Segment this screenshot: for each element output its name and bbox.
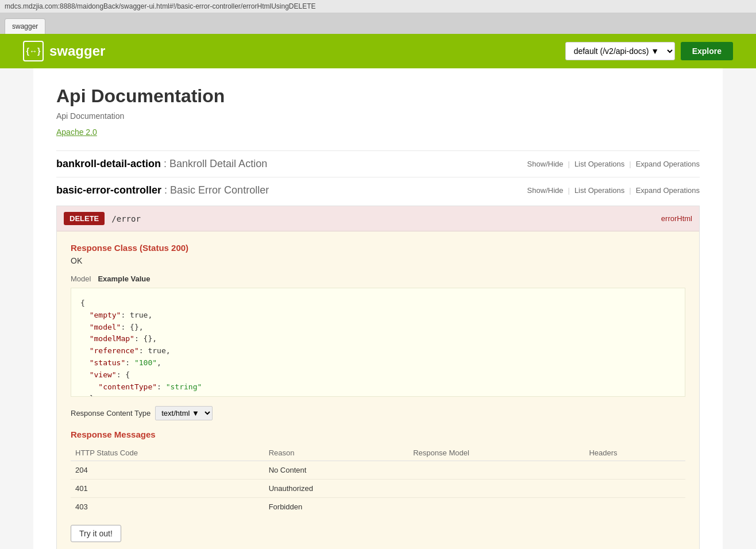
basic-error-controller-section: basic-error-controller : Basic Error Con… bbox=[56, 177, 700, 549]
basic-error-controller-title: basic-error-controller : Basic Error Con… bbox=[56, 184, 269, 196]
response-model bbox=[408, 461, 584, 480]
reason: Forbidden bbox=[264, 498, 409, 516]
basic-error-list-ops[interactable]: List Operations bbox=[574, 186, 624, 195]
basic-error-divider2: | bbox=[629, 186, 631, 195]
swagger-logo-text: swagger bbox=[49, 43, 105, 59]
url-text: mdcs.mdzjia.com:8888/maidongBack/swagger… bbox=[5, 2, 316, 10]
basic-error-controller-desc: Basic Error Controller bbox=[170, 184, 269, 196]
basic-error-sep: : bbox=[164, 184, 170, 196]
basic-error-controller-name: basic-error-controller bbox=[56, 184, 161, 196]
response-model bbox=[408, 480, 584, 498]
operation-path: /error bbox=[111, 214, 661, 223]
model-tab[interactable]: Model bbox=[71, 274, 91, 283]
bankroll-controller-sep: : bbox=[164, 158, 169, 169]
example-value-tab[interactable]: Example Value bbox=[98, 274, 150, 283]
table-row: 401 Unauthorized bbox=[71, 480, 685, 498]
swagger-logo-icon: {↔} bbox=[23, 41, 44, 61]
api-docs-select[interactable]: default (/v2/api-docs) ▼ bbox=[565, 42, 675, 60]
col-header-status: HTTP Status Code bbox=[71, 445, 264, 461]
api-title: Api Documentation bbox=[56, 86, 700, 107]
swagger-logo: {↔} swagger bbox=[23, 41, 105, 61]
bankroll-divider2: | bbox=[629, 160, 631, 168]
headers bbox=[584, 461, 685, 480]
main-content: Api Documentation Api Documentation Apac… bbox=[33, 68, 723, 549]
operation-tag: errorHtml bbox=[661, 214, 692, 223]
model-tabs: Model Example Value bbox=[71, 274, 685, 283]
swagger-controls: default (/v2/api-docs) ▼ Explore bbox=[565, 42, 733, 60]
operation-details: Response Class (Status 200) OK Model Exa… bbox=[57, 231, 699, 549]
bankroll-controller-actions: Show/Hide | List Operations | Expand Ope… bbox=[527, 160, 700, 168]
bankroll-controller-title: bankroll-detail-action : Bankroll Detail… bbox=[56, 158, 267, 170]
content-type-select[interactable]: text/html ▼ bbox=[155, 406, 213, 420]
browser-tab[interactable]: swagger bbox=[5, 18, 45, 34]
basic-error-controller-header: basic-error-controller : Basic Error Con… bbox=[56, 177, 700, 203]
reason: Unauthorized bbox=[264, 480, 409, 498]
response-class-title: Response Class (Status 200) bbox=[71, 243, 685, 253]
try-it-out-button[interactable]: Try it out! bbox=[71, 525, 121, 542]
bankroll-controller-desc: Bankroll Detail Action bbox=[169, 158, 267, 169]
bankroll-show-hide[interactable]: Show/Hide bbox=[527, 160, 564, 168]
bankroll-expand-ops[interactable]: Expand Operations bbox=[636, 160, 700, 168]
method-badge: DELETE bbox=[64, 212, 105, 225]
response-content-type-label: Response Content Type bbox=[71, 409, 151, 417]
browser-address-bar: mdcs.mdzjia.com:8888/maidongBack/swagger… bbox=[0, 0, 756, 13]
basic-error-show-hide[interactable]: Show/Hide bbox=[527, 186, 564, 195]
status-code: 403 bbox=[71, 498, 264, 516]
basic-error-controller-actions: Show/Hide | List Operations | Expand Ope… bbox=[527, 186, 700, 195]
browser-tabs: swagger bbox=[0, 13, 756, 34]
table-row: 204 No Content bbox=[71, 461, 685, 480]
basic-error-divider1: | bbox=[568, 186, 569, 195]
headers bbox=[584, 480, 685, 498]
status-code: 204 bbox=[71, 461, 264, 480]
response-table: HTTP Status Code Reason Response Model H… bbox=[71, 445, 685, 516]
table-row: 403 Forbidden bbox=[71, 498, 685, 516]
response-content-type: Response Content Type text/html ▼ bbox=[71, 406, 685, 420]
col-header-headers: Headers bbox=[584, 445, 685, 461]
operation-row[interactable]: DELETE /error errorHtml bbox=[57, 206, 699, 231]
col-header-model: Response Model bbox=[408, 445, 584, 461]
bankroll-list-ops[interactable]: List Operations bbox=[574, 160, 624, 168]
apache-link[interactable]: Apache 2.0 bbox=[56, 127, 97, 137]
bankroll-controller-name: bankroll-detail-action bbox=[56, 158, 161, 169]
col-header-reason: Reason bbox=[264, 445, 409, 461]
explore-button[interactable]: Explore bbox=[681, 42, 733, 60]
bankroll-controller-section: bankroll-detail-action : Bankroll Detail… bbox=[56, 150, 700, 177]
basic-error-expanded: DELETE /error errorHtml Response Class (… bbox=[56, 206, 700, 549]
status-code: 401 bbox=[71, 480, 264, 498]
bankroll-divider1: | bbox=[568, 160, 569, 168]
bankroll-controller-header: bankroll-detail-action : Bankroll Detail… bbox=[56, 150, 700, 177]
basic-error-expand-ops[interactable]: Expand Operations bbox=[636, 186, 700, 195]
response-ok: OK bbox=[71, 256, 685, 265]
response-model bbox=[408, 498, 584, 516]
swagger-header: {↔} swagger default (/v2/api-docs) ▼ Exp… bbox=[0, 34, 756, 68]
code-box: { "empty": true, "model": {}, "modelMap"… bbox=[71, 288, 685, 397]
headers bbox=[584, 498, 685, 516]
response-messages-title: Response Messages bbox=[71, 430, 685, 439]
reason: No Content bbox=[264, 461, 409, 480]
api-subtitle: Api Documentation bbox=[56, 111, 700, 121]
